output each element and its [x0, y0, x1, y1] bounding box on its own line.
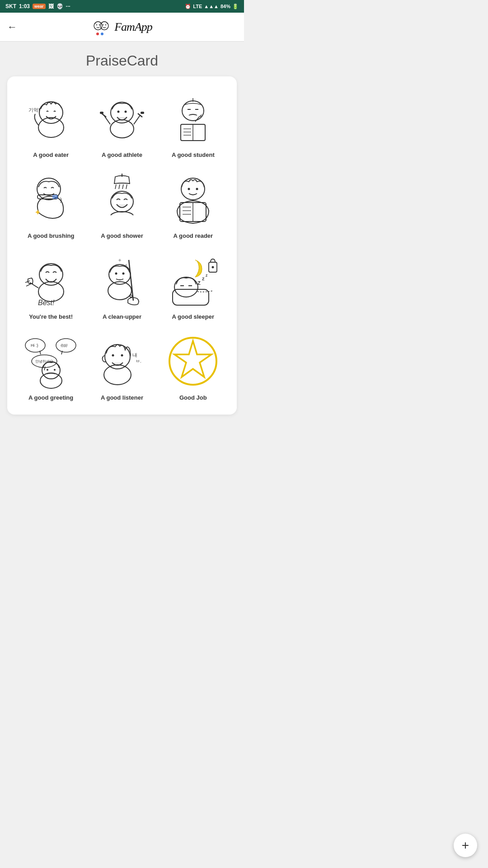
card-label-greeting: A good greeting [28, 394, 73, 402]
svg-point-78 [169, 338, 216, 385]
app-name: FamApp [114, 20, 152, 34]
illustration-eater: 기억! [22, 89, 80, 148]
page-title: PraiseCard [0, 42, 244, 76]
svg-point-75 [121, 354, 123, 356]
svg-text:Best!: Best! [38, 299, 55, 307]
header: ← FamApp [0, 13, 244, 42]
carrier-text: SKT [5, 3, 16, 9]
card-item-athlete[interactable]: A good athlete [87, 85, 156, 163]
photo-icon: 🖼 [48, 3, 54, 9]
card-item-reader[interactable]: A good reader [159, 166, 228, 244]
svg-point-51 [122, 272, 124, 274]
svg-point-74 [112, 354, 114, 356]
svg-point-2 [99, 24, 100, 25]
card-item-shower[interactable]: A good shower [87, 166, 156, 244]
svg-point-36 [111, 191, 133, 212]
illustration-reader [164, 170, 222, 229]
svg-point-43 [188, 188, 190, 190]
card-label-sleeper: A good sleeper [172, 313, 214, 321]
card-label-brushing: A good brushing [28, 232, 75, 240]
svg-text:你好: 你好 [61, 344, 68, 348]
svg-text:내: 내 [132, 352, 137, 358]
card-label-reader: A good reader [173, 232, 213, 240]
svg-text:Hi :): Hi :) [31, 343, 38, 348]
wear-badge: wear [33, 4, 46, 9]
svg-rect-28 [52, 195, 58, 199]
illustration-sleeper: Z Z Z [164, 251, 222, 310]
illustration-brushing: ✦ ) [22, 170, 80, 229]
svg-point-50 [115, 272, 117, 274]
card-label-athlete: A good athlete [102, 151, 142, 159]
alarm-icon: ⏰ [185, 4, 191, 9]
svg-point-5 [105, 24, 106, 25]
card-item-student[interactable]: A good student [159, 85, 228, 163]
svg-line-34 [122, 184, 123, 189]
battery-text: 84% [221, 4, 230, 9]
svg-rect-16 [141, 112, 144, 114]
svg-point-14 [124, 111, 127, 113]
illustration-student [164, 89, 222, 148]
card-grid: 기억! A good eater [16, 85, 228, 406]
logo-icon [92, 18, 111, 37]
card-label-cleaner: A clean-upper [103, 313, 141, 321]
card-item-eater[interactable]: 기억! A good eater [16, 85, 85, 163]
illustration-best: Best! [22, 251, 80, 310]
illustration-goodjob [164, 332, 222, 391]
svg-point-18 [182, 101, 204, 121]
svg-marker-79 [174, 341, 211, 377]
signal-lte: LTE [193, 4, 202, 9]
illustration-athlete [93, 89, 151, 148]
card-container: 기억! A good eater [7, 76, 237, 415]
status-bar: SKT 1:03 wear 🖼 💀 ··· ⏰ LTE ▲▲▲ 84% 🔋 [0, 0, 244, 13]
card-label-best: You're the best! [29, 313, 73, 321]
svg-point-8 [38, 118, 64, 137]
svg-point-70 [47, 369, 48, 371]
status-left: SKT 1:03 wear 🖼 💀 ··· [5, 3, 70, 9]
svg-point-61 [212, 266, 214, 268]
illustration-cleaner: ✦ ✦ [93, 251, 151, 310]
dots-icon: ··· [66, 3, 70, 9]
illustration-shower [93, 170, 151, 229]
svg-point-7 [101, 33, 103, 35]
svg-text:✦: ✦ [34, 208, 41, 217]
signal-bars: ▲▲▲ [204, 4, 219, 9]
svg-text:✦: ✦ [117, 257, 122, 264]
svg-point-71 [54, 369, 56, 371]
svg-point-1 [96, 24, 97, 25]
svg-line-33 [119, 184, 120, 189]
svg-text:ㅂ.: ㅂ. [136, 359, 141, 363]
card-item-listener[interactable]: 내 ㅂ. A good listener [87, 328, 156, 406]
illustration-listener: 내 ㅂ. [93, 332, 151, 391]
svg-point-4 [103, 24, 103, 25]
svg-text:✦: ✦ [124, 263, 128, 268]
svg-point-13 [117, 111, 119, 113]
card-label-shower: A good shower [101, 232, 143, 240]
svg-point-72 [104, 365, 131, 385]
svg-text:): ) [60, 197, 62, 203]
card-item-cleaner[interactable]: ✦ ✦ A clean-upper [87, 247, 156, 325]
card-label-student: A good student [172, 151, 215, 159]
svg-text:Z: Z [202, 277, 205, 281]
status-time: 1:03 [19, 3, 30, 9]
card-label-eater: A good eater [33, 151, 69, 159]
card-item-best[interactable]: Best! You're the best! [16, 247, 85, 325]
svg-text:기억!: 기억! [28, 107, 40, 113]
svg-line-32 [115, 184, 116, 189]
svg-point-6 [96, 33, 99, 35]
battery-icon: 🔋 [232, 4, 239, 9]
card-item-brushing[interactable]: ✦ ) A good brushing [16, 166, 85, 244]
card-item-sleeper[interactable]: Z Z Z A good sleeper [159, 247, 228, 325]
card-item-goodjob[interactable]: Good Job [159, 328, 228, 406]
logo-container: FamApp [92, 18, 152, 37]
status-right: ⏰ LTE ▲▲▲ 84% 🔋 [185, 4, 239, 9]
illustration-greeting: Hi :) 你好 안녕하세요 [22, 332, 80, 391]
svg-text:Z: Z [197, 280, 201, 286]
card-label-listener: A good listener [101, 394, 143, 402]
back-button[interactable]: ← [7, 21, 17, 33]
svg-line-52 [129, 260, 133, 301]
card-item-greeting[interactable]: Hi :) 你好 안녕하세요 [16, 328, 85, 406]
skull-icon: 💀 [56, 3, 63, 9]
svg-rect-15 [100, 112, 103, 114]
svg-text:Z: Z [206, 274, 208, 277]
svg-point-44 [196, 188, 198, 190]
